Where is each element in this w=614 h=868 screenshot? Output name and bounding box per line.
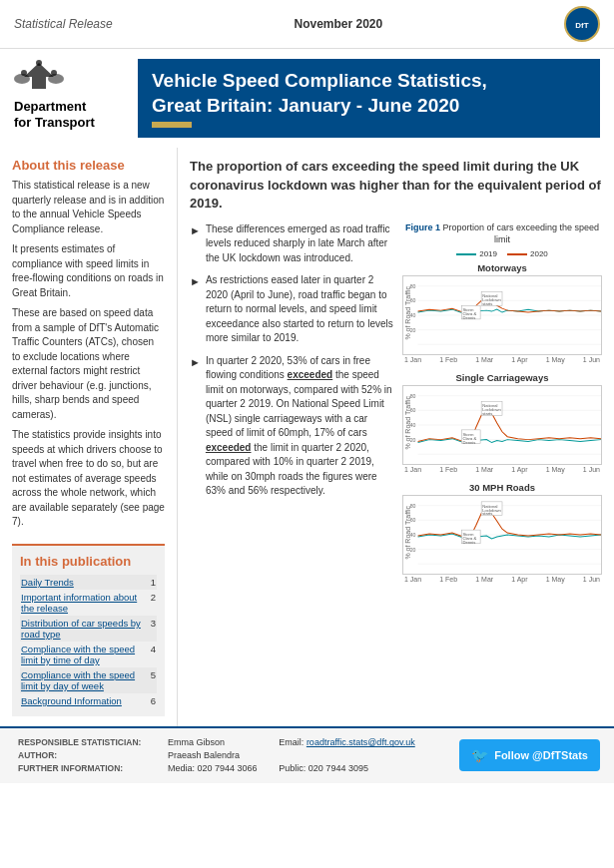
email-label: Email: (279, 737, 304, 747)
pub-item-label[interactable]: Compliance with the speed limit by time … (20, 642, 150, 667)
follow-label: Follow @DfTStats (494, 749, 588, 761)
in-publication-title: In this publication (20, 554, 157, 569)
content-grid: ► These differences emerged as road traf… (190, 222, 602, 592)
bullet-arrow-icon: ► (190, 223, 201, 266)
gov-emblem-icon (14, 59, 64, 97)
bullet-arrow-icon-2: ► (190, 274, 201, 346)
pub-table-row[interactable]: Daily Trends1 (20, 575, 157, 590)
sc-xaxis: 1 Jan1 Feb1 Mar1 Apr1 May1 Jun (402, 465, 602, 474)
main-content: About this release This statistical rele… (0, 148, 614, 726)
svg-text:starts: starts (482, 512, 492, 517)
about-title: About this release (12, 158, 165, 173)
legend-label-2020: 2020 (530, 249, 548, 258)
follow-twitter-button[interactable]: 🐦 Follow @DfTStats (459, 739, 600, 771)
further-info-row: FURTHER INFORMATION: Media: 020 7944 306… (14, 762, 439, 775)
figure-subtitle: Proportion of cars exceeding the speed l… (442, 222, 599, 244)
about-para-2: It presents estimates of compliance with… (12, 242, 165, 300)
legend-label-2019: 2019 (479, 249, 497, 258)
about-para-3: These are based on speed data from a sam… (12, 306, 165, 422)
footer-contact-info: RESPONSIBLE STATISTICIAN: Emma Gibson Em… (14, 736, 439, 775)
gov-logo-block: Departmentfor Transport (14, 59, 124, 138)
bullet-text-3: In quarter 2 2020, 53% of cars in free f… (206, 354, 394, 499)
bullet-text-1: These differences emerged as road traffi… (206, 222, 394, 266)
figure-panel: Figure 1 Proportion of cars exceeding th… (402, 222, 602, 592)
publication-title-block: Vehicle Speed Compliance Statistics, Gre… (138, 59, 600, 138)
figure-title: Figure 1 Proportion of cars exceeding th… (402, 222, 602, 245)
about-section: About this release This statistical rele… (12, 158, 165, 530)
pub-item-label[interactable]: Daily Trends (20, 575, 150, 590)
pub-item-page: 4 (150, 642, 157, 667)
single-carriageways-chart-section: Single Carriageways % of Road Traffic 80… (402, 372, 602, 474)
legend-line-2020 (507, 253, 527, 255)
pub-item-page: 5 (150, 667, 157, 693)
pub-table-row[interactable]: Background Information6 (20, 693, 157, 708)
pub-table-row[interactable]: Compliance with the speed limit by day o… (20, 667, 157, 693)
pub-table-row[interactable]: Distribution of car speeds by road type3 (20, 616, 157, 642)
article-bullets: ► These differences emerged as road traf… (190, 222, 394, 592)
svg-point-8 (48, 74, 64, 84)
30mph-xaxis: 1 Jan1 Feb1 Mar1 Apr1 May1 Jun (402, 575, 602, 584)
author-row: AUTHOR: Praeash Balendra (14, 749, 439, 762)
single-carriageways-title: Single Carriageways (402, 372, 602, 383)
publication-toc: Daily Trends1Important information about… (20, 575, 157, 708)
pub-item-label[interactable]: Important information about the release (20, 590, 150, 616)
30mph-chart-title: 30 MPH Roads (402, 482, 602, 493)
bullet-text-2: As restrictions eased later in quarter 2… (206, 273, 394, 346)
svg-text:Dennis: Dennis (462, 540, 475, 545)
motorways-chart-section: Motorways % of Road Traffic 80 (402, 262, 602, 364)
author-email-placeholder (275, 749, 439, 762)
pub-table-row[interactable]: Important information about the release2 (20, 590, 157, 616)
legend-line-2019 (456, 253, 476, 255)
30mph-yaxis-label: % of Road Traffic (404, 506, 411, 560)
pub-item-page: 2 (150, 590, 157, 616)
sc-yaxis-label: % of Road Traffic (404, 396, 411, 450)
email-cell: Email: roadtraffic.stats@dft.gov.uk (275, 736, 439, 749)
about-para-1: This statistical release is a new quarte… (12, 179, 165, 236)
pub-item-page: 3 (150, 616, 157, 642)
chart-legend: 2019 2020 (402, 249, 602, 258)
bullet-arrow-icon-3: ► (190, 355, 201, 499)
bullet-3: ► In quarter 2 2020, 53% of cars in free… (190, 354, 394, 499)
dft-logo-icon: DfT (564, 6, 600, 42)
pub-item-label[interactable]: Distribution of car speeds by road type (20, 616, 150, 642)
main-article: The proportion of cars exceeding the spe… (178, 148, 614, 726)
svg-text:Dennis: Dennis (462, 440, 475, 445)
further-info-public: Public: 020 7944 3095 (275, 762, 439, 775)
top-bar: Statistical Release November 2020 DfT (0, 0, 614, 49)
further-info-media: Media: 020 7944 3066 (164, 762, 275, 775)
motorways-xaxis: 1 Jan1 Feb1 Mar1 Apr1 May1 Jun (402, 355, 602, 364)
page-footer: RESPONSIBLE STATISTICIAN: Emma Gibson Em… (0, 726, 614, 783)
contact-table: RESPONSIBLE STATISTICIAN: Emma Gibson Em… (14, 736, 439, 775)
org-name-label: Departmentfor Transport (14, 99, 95, 130)
pub-table-row[interactable]: Compliance with the speed limit by time … (20, 642, 157, 667)
motorways-chart: % of Road Traffic 80 60 40 (402, 275, 602, 355)
motorways-yaxis-label: % of Road Traffic (404, 286, 411, 340)
30mph-chart-section: 30 MPH Roads % of Road Traffic 80 60 40 (402, 482, 602, 584)
email-link[interactable]: roadtraffic.stats@dft.gov.uk (307, 737, 415, 747)
article-heading: The proportion of cars exceeding the spe… (190, 158, 602, 213)
svg-text:starts: starts (482, 302, 492, 307)
pub-item-page: 1 (150, 575, 157, 590)
release-type-label: Statistical Release (14, 17, 113, 31)
responsible-statistician-row: RESPONSIBLE STATISTICIAN: Emma Gibson Em… (14, 736, 439, 749)
single-carriageways-chart: % of Road Traffic 80 60 40 20 (402, 385, 602, 465)
pub-item-label[interactable]: Background Information (20, 693, 150, 708)
pub-item-page: 6 (150, 693, 157, 708)
page-header: Departmentfor Transport Vehicle Speed Co… (0, 49, 614, 148)
svg-text:DfT: DfT (575, 21, 588, 30)
author-label: AUTHOR: (14, 749, 164, 762)
30mph-chart: % of Road Traffic 80 60 40 20 (402, 495, 602, 575)
responsible-statistician-value: Emma Gibson (164, 736, 275, 749)
motorways-chart-title: Motorways (402, 262, 602, 273)
svg-marker-3 (24, 63, 54, 89)
further-info-label: FURTHER INFORMATION: (14, 762, 164, 775)
publication-title: Vehicle Speed Compliance Statistics, Gre… (152, 69, 586, 118)
in-publication-section: In this publication Daily Trends1Importa… (12, 544, 165, 716)
svg-text:Dennis: Dennis (462, 315, 475, 320)
author-value: Praeash Balendra (164, 749, 275, 762)
title-accent-bar (152, 122, 192, 128)
responsible-statistician-label: RESPONSIBLE STATISTICIAN: (14, 736, 164, 749)
about-para-4: The statistics provide insights into spe… (12, 428, 165, 530)
pub-item-label[interactable]: Compliance with the speed limit by day o… (20, 667, 150, 693)
release-date-label: November 2020 (295, 17, 383, 31)
